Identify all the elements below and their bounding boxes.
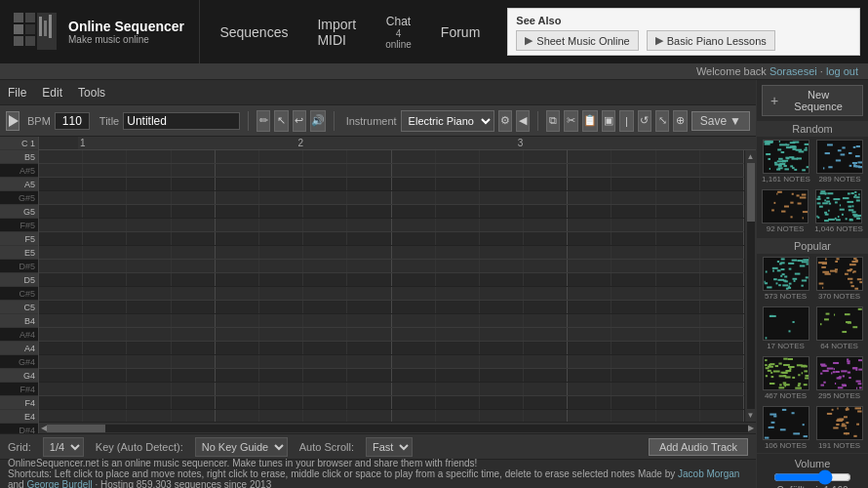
grid-cell[interactable] [127, 342, 171, 354]
instrument-select[interactable]: Electric Piano [401, 110, 494, 132]
grid-cell[interactable] [259, 150, 303, 163]
grid-cell[interactable] [480, 301, 524, 313]
grid-cell[interactable] [656, 246, 700, 259]
grid-cell[interactable] [436, 410, 480, 422]
piano-key-Cs5[interactable]: C#5 [0, 287, 38, 301]
note-grid[interactable] [39, 150, 744, 422]
grid-cell[interactable] [172, 273, 216, 286]
grid-cell[interactable] [392, 205, 436, 218]
grid-cell[interactable] [172, 287, 216, 300]
grid-cell[interactable] [83, 287, 127, 300]
grid-cell[interactable] [568, 328, 612, 341]
grid-cell[interactable] [436, 246, 480, 259]
thumb-2[interactable]: 289 NOTES [816, 140, 863, 183]
scroll-down-arrow[interactable]: ▼ [747, 411, 755, 420]
grid-cell[interactable] [392, 164, 436, 177]
grid-cell[interactable] [39, 191, 83, 204]
title-input[interactable] [123, 112, 240, 130]
grid-cell[interactable] [568, 164, 612, 177]
grid-cell[interactable] [83, 383, 127, 395]
grid-cell[interactable] [524, 342, 568, 354]
grid-cell[interactable] [83, 396, 127, 409]
grid-cell[interactable] [436, 178, 480, 190]
grid-cell[interactable] [347, 287, 391, 300]
key-select[interactable]: No Key Guide [195, 437, 288, 457]
grid-cell[interactable] [612, 150, 655, 163]
grid-cell[interactable] [524, 150, 568, 163]
thumb-1[interactable]: 1,161 NOTES [762, 140, 810, 183]
grid-cell[interactable] [259, 328, 303, 341]
grid-cell[interactable] [392, 328, 436, 341]
grid-cell[interactable] [303, 396, 347, 409]
grid-cell[interactable] [524, 287, 568, 300]
grid-cell[interactable] [259, 355, 303, 368]
grid-cell[interactable] [39, 328, 83, 341]
grid-cell[interactable] [480, 287, 524, 300]
grid-cell[interactable] [392, 369, 436, 382]
grid-cell[interactable] [480, 178, 524, 190]
cut-tool[interactable]: ✂ [564, 110, 577, 132]
grid-cell[interactable] [347, 178, 391, 190]
grid-cell[interactable] [436, 355, 480, 368]
grid-cell[interactable] [612, 342, 655, 354]
grid-cell[interactable] [303, 219, 347, 231]
grid-cell[interactable] [127, 328, 171, 341]
grid-cell[interactable] [480, 191, 524, 204]
grid-cell[interactable] [524, 164, 568, 177]
grid-row[interactable] [39, 342, 744, 355]
grid-cell[interactable] [347, 410, 391, 422]
grid-cell[interactable] [700, 301, 744, 313]
h-scroll-thumb[interactable] [47, 425, 105, 432]
grid-cell[interactable] [39, 164, 83, 177]
grid-cell[interactable] [303, 369, 347, 382]
grid-cell[interactable] [568, 246, 612, 259]
grid-cell[interactable] [524, 260, 568, 272]
delete-tool[interactable]: | [619, 110, 633, 132]
grid-cell[interactable] [127, 246, 171, 259]
grid-cell[interactable] [700, 273, 744, 286]
grid-cell[interactable] [480, 273, 524, 286]
grid-cell[interactable] [83, 355, 127, 368]
grid-cell[interactable] [700, 164, 744, 177]
piano-key-A5[interactable]: A5 [0, 178, 38, 191]
grid-cell[interactable] [127, 178, 171, 190]
grid-cell[interactable] [83, 219, 127, 231]
grid-cell[interactable] [347, 342, 391, 354]
grid-cell[interactable] [83, 273, 127, 286]
grid-cell[interactable] [612, 287, 655, 300]
grid-cell[interactable] [480, 164, 524, 177]
grid-cell[interactable] [612, 232, 655, 245]
grid-cell[interactable] [259, 205, 303, 218]
grid-cell[interactable] [127, 355, 171, 368]
grid-cell[interactable] [656, 232, 700, 245]
grid-cell[interactable] [83, 314, 127, 327]
piano-key-E5[interactable]: E5 [0, 246, 38, 260]
grid-cell[interactable] [656, 369, 700, 382]
grid-cell[interactable] [347, 191, 391, 204]
grid-cell[interactable] [347, 328, 391, 341]
grid-cell[interactable] [392, 260, 436, 272]
grid-cell[interactable] [568, 287, 612, 300]
grid-row[interactable] [39, 396, 744, 410]
grid-cell[interactable] [303, 355, 347, 368]
grid-cell[interactable] [392, 191, 436, 204]
grid-cell[interactable] [216, 396, 259, 409]
grid-cell[interactable] [303, 301, 347, 313]
grid-cell[interactable] [480, 246, 524, 259]
grid-cell[interactable] [700, 369, 744, 382]
grid-cell[interactable] [216, 191, 259, 204]
grid-cell[interactable] [480, 260, 524, 272]
grid-cell[interactable] [127, 301, 171, 313]
grid-cell[interactable] [436, 396, 480, 409]
grid-cell[interactable] [83, 369, 127, 382]
welcome-username[interactable]: Sorasesei [769, 65, 817, 77]
grid-cell[interactable] [480, 342, 524, 354]
grid-cell[interactable] [392, 301, 436, 313]
grid-cell[interactable] [392, 383, 436, 395]
grid-cell[interactable] [392, 314, 436, 327]
nav-forum[interactable]: Forum [441, 24, 480, 40]
grid-cell[interactable] [172, 205, 216, 218]
grid-cell[interactable] [700, 287, 744, 300]
grid-cell[interactable] [216, 246, 259, 259]
grid-cell[interactable] [83, 301, 127, 313]
